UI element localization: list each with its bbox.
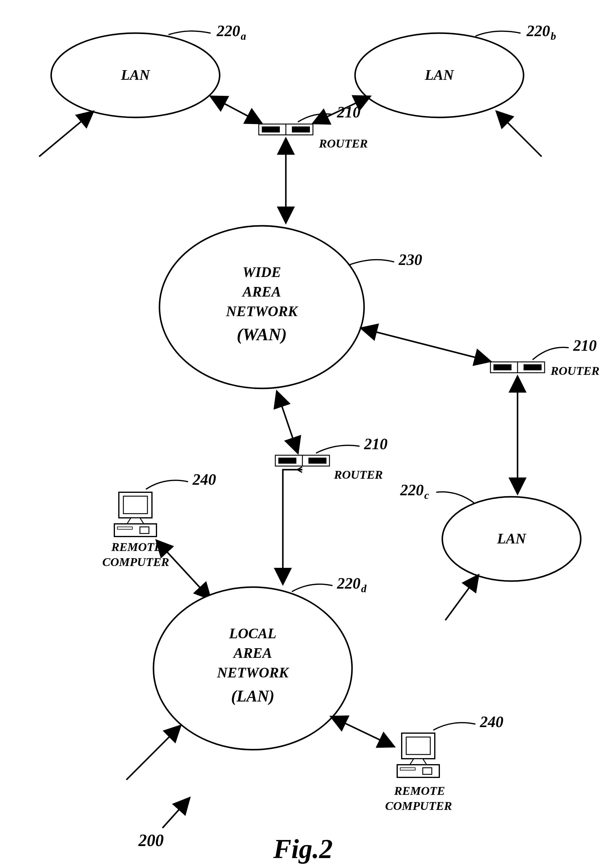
arrow-into-lan-b (496, 112, 542, 157)
lan-a-label: LAN (121, 67, 150, 83)
leader-220a (169, 31, 210, 35)
arrow-remote2-lan-d (331, 716, 394, 747)
ref-230: 230 (398, 251, 422, 268)
arrow-200 (162, 798, 190, 828)
leader-220b (475, 31, 521, 36)
arrow-into-lan-d (126, 725, 181, 780)
wan-line2: AREA (242, 284, 281, 299)
arrow-into-lan-a (39, 112, 93, 157)
lan-c-label: LAN (497, 530, 527, 546)
wan-line1: WIDE (243, 264, 281, 280)
ref-240-2: 240 (480, 713, 503, 730)
arrow-wan-router-right (361, 328, 490, 361)
lan-d-line1: LOCAL (229, 625, 276, 641)
ref-220c: 220c (400, 481, 429, 501)
ref-240-1: 240 (192, 471, 216, 488)
remote-computer-2-label2: COMPUTER (385, 799, 452, 812)
leader-240-1 (146, 480, 188, 489)
ref-210-right: 210 (573, 337, 597, 354)
leader-230 (349, 260, 394, 265)
remote-computer-1-icon (114, 492, 156, 536)
arrow-into-lan-c (445, 575, 478, 620)
wan-line3: NETWORK (226, 303, 298, 319)
router-right-label: ROUTER (550, 364, 599, 378)
router-right-icon (490, 362, 545, 373)
router-mid-label: ROUTER (334, 468, 383, 481)
leader-220d (292, 584, 332, 592)
router-top-icon (259, 124, 313, 135)
ref-220b: 220b (526, 22, 556, 42)
arrow-lan-a-router (210, 96, 262, 124)
leader-240-2 (433, 722, 475, 730)
remote-computer-2-icon (397, 733, 439, 777)
figure-caption: Fig.2 (273, 834, 333, 864)
leader-210-right (533, 347, 569, 360)
lan-b-label: LAN (425, 67, 454, 83)
arrow-router-mid-lan-d (283, 470, 302, 584)
leader-210-mid (316, 445, 360, 453)
arrow-remote1-lan-d (156, 541, 210, 599)
leader-210-top (298, 114, 332, 122)
router-top-label: ROUTER (318, 137, 368, 150)
lan-d-line2: AREA (233, 645, 272, 661)
ref-210-mid: 210 (364, 436, 388, 453)
remote-computer-1-label2: COMPUTER (102, 555, 169, 569)
lan-d-line3: NETWORK (216, 665, 289, 680)
lan-d-line4: (LAN) (231, 687, 274, 705)
ref-200: 200 (138, 831, 164, 849)
arrow-wan-router-mid (277, 391, 298, 453)
ref-220d: 220d (337, 575, 367, 595)
router-mid-icon (275, 455, 329, 466)
network-diagram: LAN 220a LAN 220b ROUTER 210 WIDE AREA N… (0, 0, 606, 868)
wan-line4: (WAN) (237, 325, 287, 344)
leader-220c (436, 492, 474, 503)
remote-computer-1-label1: REMOTE (111, 540, 162, 554)
ref-220a: 220a (216, 22, 246, 42)
remote-computer-2-label1: REMOTE (394, 784, 445, 798)
